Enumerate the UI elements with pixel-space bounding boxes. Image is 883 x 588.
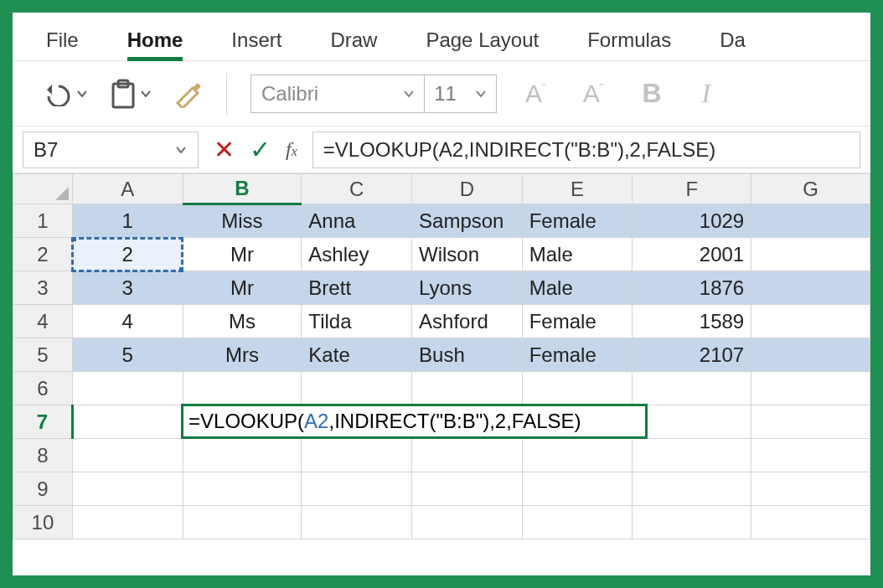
- row-header-6[interactable]: 6: [13, 372, 73, 405]
- row-header-5[interactable]: 5: [13, 338, 73, 372]
- cell-A9[interactable]: [72, 472, 183, 506]
- cell-D10[interactable]: [412, 506, 523, 539]
- tab-formulas[interactable]: Formulas: [587, 20, 671, 60]
- cell-E9[interactable]: [522, 472, 633, 506]
- cell-F9[interactable]: [633, 472, 751, 506]
- format-painter-button[interactable]: [173, 80, 203, 108]
- row-header-2[interactable]: 2: [13, 238, 73, 271]
- cell-B4[interactable]: Ms: [183, 305, 302, 338]
- cell-D6[interactable]: [412, 372, 523, 405]
- tab-insert[interactable]: Insert: [231, 20, 281, 60]
- select-all-corner[interactable]: [13, 174, 73, 204]
- cell-G8[interactable]: [751, 439, 870, 472]
- row-header-4[interactable]: 4: [13, 305, 73, 338]
- cell-D2[interactable]: Wilson: [412, 238, 523, 271]
- bold-button[interactable]: B: [632, 78, 671, 109]
- cell-C6[interactable]: [302, 372, 412, 405]
- cell-F5[interactable]: 2107: [633, 338, 751, 372]
- active-cell-editor[interactable]: =VLOOKUP(A2,INDIRECT("B:B"),2,FALSE): [181, 404, 648, 439]
- cell-E10[interactable]: [522, 506, 633, 539]
- chevron-down-icon[interactable]: [174, 143, 188, 157]
- fx-icon[interactable]: fx: [286, 138, 297, 161]
- spreadsheet-grid[interactable]: ABCDEFG 11MissAnnaSampsonFemale102922MrA…: [13, 173, 870, 575]
- name-box[interactable]: B7: [23, 132, 199, 168]
- font-name[interactable]: Calibri: [251, 75, 394, 112]
- col-header-A[interactable]: A: [72, 174, 183, 204]
- cell-E6[interactable]: [522, 372, 633, 405]
- cell-D9[interactable]: [412, 472, 523, 506]
- tab-draw[interactable]: Draw: [330, 20, 377, 60]
- cell-A10[interactable]: [72, 506, 183, 539]
- chevron-down-icon[interactable]: [466, 75, 496, 112]
- cell-F4[interactable]: 1589: [633, 305, 751, 338]
- cell-A8[interactable]: [72, 439, 183, 472]
- cell-G3[interactable]: [751, 271, 870, 305]
- row-header-3[interactable]: 3: [13, 271, 73, 305]
- cell-F3[interactable]: 1876: [633, 271, 751, 305]
- cell-C10[interactable]: [302, 506, 412, 539]
- cell-E3[interactable]: Male: [522, 271, 633, 305]
- cell-B5[interactable]: Mrs: [183, 338, 302, 372]
- cell-G7[interactable]: [751, 405, 870, 439]
- cell-G1[interactable]: [751, 204, 870, 238]
- cell-G10[interactable]: [751, 506, 870, 539]
- cell-A4[interactable]: 4: [72, 305, 183, 338]
- cell-B2[interactable]: Mr: [183, 238, 302, 271]
- cell-F1[interactable]: 1029: [633, 204, 751, 238]
- decrease-font-button[interactable]: Aˇ: [575, 80, 612, 108]
- cell-F10[interactable]: [633, 506, 751, 539]
- cell-E8[interactable]: [522, 439, 633, 472]
- enter-icon[interactable]: ✓: [250, 135, 271, 164]
- cell-G5[interactable]: [751, 338, 870, 372]
- chevron-down-icon[interactable]: [394, 75, 424, 112]
- cell-D3[interactable]: Lyons: [412, 271, 523, 305]
- cell-B6[interactable]: [183, 372, 302, 405]
- tab-home[interactable]: Home: [127, 20, 183, 60]
- cell-B10[interactable]: [183, 506, 302, 539]
- col-header-D[interactable]: D: [412, 174, 523, 204]
- cancel-icon[interactable]: ✕: [214, 135, 235, 164]
- cell-E5[interactable]: Female: [522, 338, 633, 372]
- cell-C8[interactable]: [302, 439, 412, 472]
- cell-A2[interactable]: 2: [72, 238, 183, 271]
- cell-C4[interactable]: Tilda: [302, 305, 412, 338]
- col-header-B[interactable]: B: [183, 174, 302, 204]
- formula-bar[interactable]: =VLOOKUP(A2,INDIRECT("B:B"),2,FALSE): [312, 132, 860, 168]
- row-header-9[interactable]: 9: [13, 472, 73, 506]
- cell-B9[interactable]: [183, 472, 302, 506]
- row-header-10[interactable]: 10: [13, 506, 73, 539]
- col-header-G[interactable]: G: [751, 174, 870, 204]
- col-header-C[interactable]: C: [302, 174, 412, 204]
- cell-G6[interactable]: [751, 372, 870, 405]
- cell-A7[interactable]: [72, 405, 183, 439]
- cell-A5[interactable]: 5: [72, 338, 183, 372]
- cell-E2[interactable]: Male: [522, 238, 633, 271]
- italic-button[interactable]: I: [691, 78, 720, 109]
- cell-A3[interactable]: 3: [72, 271, 183, 305]
- paste-button[interactable]: [109, 79, 152, 109]
- cell-A6[interactable]: [72, 372, 183, 405]
- cell-F7[interactable]: [633, 405, 751, 439]
- col-header-F[interactable]: F: [633, 174, 751, 204]
- cell-D8[interactable]: [412, 439, 523, 472]
- cell-E1[interactable]: Female: [522, 204, 633, 238]
- cell-F8[interactable]: [633, 439, 751, 472]
- undo-button[interactable]: [42, 81, 89, 106]
- increase-font-button[interactable]: Aˆ: [517, 80, 555, 108]
- cell-F2[interactable]: 2001: [633, 238, 751, 271]
- row-header-1[interactable]: 1: [13, 204, 73, 238]
- cell-D1[interactable]: Sampson: [412, 204, 523, 238]
- cell-D5[interactable]: Bush: [412, 338, 523, 372]
- cell-D4[interactable]: Ashford: [412, 305, 523, 338]
- cell-C9[interactable]: [302, 472, 412, 506]
- font-selector[interactable]: Calibri 11: [250, 75, 497, 113]
- cell-B3[interactable]: Mr: [183, 271, 302, 305]
- tab-page-layout[interactable]: Page Layout: [426, 20, 539, 60]
- row-header-8[interactable]: 8: [13, 439, 73, 472]
- tab-data[interactable]: Da: [720, 20, 746, 60]
- cell-F6[interactable]: [633, 372, 751, 405]
- cell-A1[interactable]: 1: [72, 204, 183, 238]
- cell-C3[interactable]: Brett: [302, 271, 412, 305]
- cell-B1[interactable]: Miss: [183, 204, 302, 238]
- cell-G9[interactable]: [751, 472, 870, 506]
